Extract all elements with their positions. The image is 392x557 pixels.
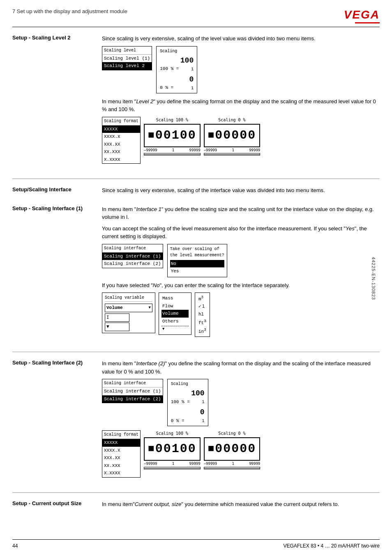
scaling-interface-1-desc1: In menu item "Interface 1" you define th…	[102, 205, 380, 221]
scaling-interface-2-item-2: Scaling interface (2)	[102, 395, 163, 403]
scaling-interface-2-100-sub: 1	[202, 399, 205, 405]
logo-bar	[355, 22, 380, 23]
section-body-scaling-interface: Since scaling is very extensive, scaling…	[102, 186, 380, 198]
display-100-label-2: Scaling 100 %	[156, 430, 188, 436]
scaling-0-val: 0 1	[189, 74, 194, 91]
scaling-interface-1-desc2: You can accept the scaling of the level …	[102, 225, 380, 241]
unit-ft3: ft3	[198, 318, 206, 326]
options-arrow-down: ▼	[161, 326, 189, 333]
scaling-interface-item-1: Scaling interface (1)	[102, 253, 163, 260]
current-output-desc: In menu item"Current output, size" you d…	[102, 500, 380, 508]
scaling-level-2-intro: Since scaling is very extensive, scaling…	[102, 35, 380, 43]
scaling-level-menu-box: Scaling level Scaling level (1) Scaling …	[102, 46, 152, 70]
scaling-interface-2-0-sub: 1	[202, 418, 205, 424]
section-scaling-level-2: Setup - Scaling Level 2 Since scaling is…	[12, 35, 380, 168]
takeover-box: Take over scaling ofthe level measuremen…	[167, 244, 227, 277]
slider-0-min-2: −99999	[204, 461, 217, 467]
scaling-level-item-1: Scaling level (1)	[102, 55, 152, 63]
unit-l-check: ✓	[198, 303, 201, 310]
scaling-row-0: 0 % = 0 1	[160, 74, 194, 91]
page-header: 7 Set up with the display and adjustment…	[12, 8, 380, 27]
page: 7 Set up with the display and adjustment…	[0, 0, 392, 557]
scaling-100-num: 100	[180, 55, 194, 66]
format-item-4: XX.XXX	[102, 148, 140, 156]
slider-0-ticks-2: −99999 1 99999	[204, 461, 261, 467]
takeover-header: Take over scaling ofthe level measuremen…	[170, 246, 224, 258]
format-header: Scaling format	[102, 117, 140, 125]
display-0-digits-2: 00000	[215, 440, 256, 458]
side-document-id: 44225-EN-130823	[371, 257, 376, 300]
slider-100-tick-1: 1	[172, 148, 174, 153]
display-0-value-2: ■00000	[204, 437, 261, 461]
section-body-current-output-size: In menu item"Current output, size" you d…	[102, 500, 380, 512]
slider-100-max-2: 99999	[189, 461, 201, 467]
display-100-digits-2: 00100	[155, 440, 196, 458]
dropdown-value: Volume	[106, 304, 148, 311]
option-others: Others	[161, 318, 189, 325]
section-scaling-interface: Setup/Scaling Interface Since scaling is…	[12, 186, 380, 198]
scaling-level-menu-header: Scaling level	[102, 46, 152, 55]
scaling-interface-2-0-label: 0 % =	[171, 418, 184, 425]
scaling-0-label: 0 % =	[160, 84, 173, 91]
display-0-cursor: ■	[208, 128, 215, 144]
format-display-row: Scaling format XXXXX XXXX.X XXX.XX XX.XX…	[102, 117, 380, 164]
display-100-value: ■00100	[144, 124, 201, 147]
unit-l-row: ✓ l	[198, 303, 206, 310]
section-label-current-output-size: Setup - Current output Size	[12, 500, 95, 506]
slider-100-min: −99999	[144, 148, 157, 153]
display-100-cursor: ■	[148, 128, 155, 144]
section-body-scaling-interface-1: In menu item "Interface 1" you define th…	[102, 205, 380, 341]
scaling-interface-2-menu-header: Scaling interface	[102, 379, 163, 388]
option-volume: Volume	[161, 310, 189, 318]
scaling-row-100: 100 % = 100 1	[160, 55, 194, 72]
scaling-100-label: 100 % =	[160, 65, 179, 72]
section-label-scaling-interface-2: Setup - Scaling Interface (2)	[12, 360, 95, 366]
format-item-5: X.XXXX	[102, 156, 140, 164]
section-label-scaling-level-2: Setup - Scaling Level 2	[12, 35, 95, 41]
display-100-label: Scaling 100 %	[156, 117, 188, 123]
page-number: 44	[12, 543, 18, 549]
format-item-2-2: XXXX.X	[102, 447, 140, 455]
divider-2	[12, 352, 380, 352]
slider-100-max: 99999	[189, 148, 201, 153]
scaling-var-input[interactable]: I	[105, 313, 129, 322]
scaling-interface-2-0-num: 0	[200, 407, 205, 418]
slider-100-ticks-2: −99999 1 99999	[144, 461, 201, 467]
volume-dropdown[interactable]: Volume ▼	[105, 304, 152, 312]
header-title: 7 Set up with the display and adjustment…	[12, 8, 127, 14]
display-0-label: Scaling 0 %	[218, 117, 245, 123]
divider-3	[12, 492, 380, 493]
section-body-scaling-interface-2: In menu item "Interface (2)" you define …	[102, 360, 380, 482]
unit-l: l	[202, 303, 205, 310]
format-item-2-3: XXX.XX	[102, 454, 140, 462]
scaling-var-header: Scaling variable	[105, 295, 152, 302]
scaling-interface-2-values-box: Scaling 100 % = 100 1 0 % = 0	[167, 379, 208, 426]
format-display-row-2: Scaling format XXXXX XXXX.X XXX.XX XX.XX…	[102, 430, 380, 478]
options-box: Mass Flow Volume Others ▼	[159, 292, 191, 335]
scaling-interface-menu-header: Scaling interface	[102, 244, 163, 253]
display-100-digits: 00100	[155, 126, 196, 145]
scaling-interface-2-desc: In menu item "Interface (2)" you define …	[102, 360, 380, 376]
dropdown-down-icon: ▼	[106, 324, 109, 329]
format-box: Scaling format XXXXX XXXX.X XXX.XX XX.XX…	[102, 117, 141, 164]
slider-0-max-2: 99999	[249, 461, 260, 467]
scaling-interface-2-100-num: 100	[191, 388, 204, 399]
display-100-container-2: Scaling 100 % ■00100 −99999 1 99999	[144, 430, 201, 469]
slider-100-tick-1-2: 1	[172, 461, 174, 467]
scaling-100-sub: 1	[191, 66, 194, 72]
scaling-interface-2-100-label: 100 % =	[171, 399, 190, 406]
scaling-level-menu-row: Scaling level Scaling level (1) Scaling …	[102, 46, 380, 93]
section-label-scaling-interface: Setup/Scaling Interface	[12, 186, 95, 193]
dropdown-arrow-icon: ▼	[149, 305, 151, 311]
units-box: m3 ✓ l hl ft3 in3	[195, 292, 210, 337]
scaling-100-val: 100 1	[180, 55, 194, 72]
slider-100-track-2	[144, 467, 201, 469]
format-item-3: XXX.XX	[102, 141, 140, 149]
format-item-2-4: XX.XXX	[102, 462, 140, 470]
slider-0-min: −99999	[204, 148, 217, 153]
format-item-2: XXXX.X	[102, 133, 140, 141]
scaling-var-row: Scaling variable Volume ▼ I ▼ Mass F	[102, 292, 380, 337]
scaling-0-num: 0	[189, 74, 194, 85]
display-0-value: ■00000	[204, 124, 261, 147]
slider-100-track	[144, 153, 201, 155]
